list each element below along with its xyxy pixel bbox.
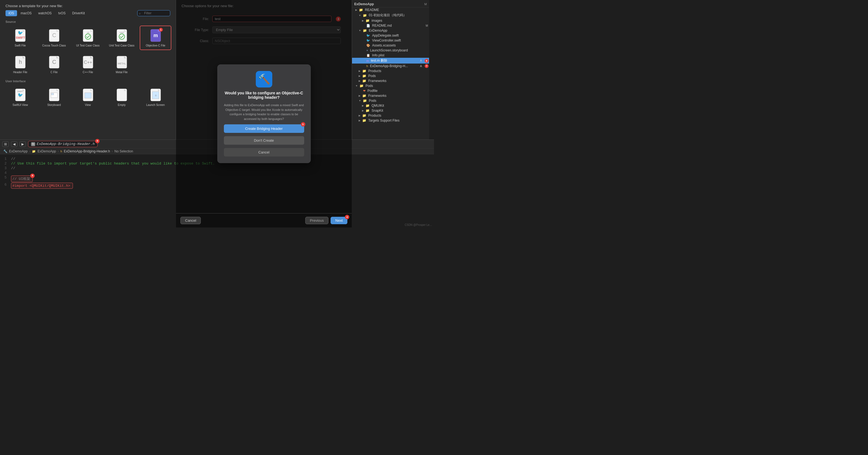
template-objc-file[interactable]: m 1 Objective-C File xyxy=(140,26,172,50)
template-metal-file[interactable]: METAL Metal File xyxy=(106,52,137,77)
tree-item-images[interactable]: ▶ 📁 images xyxy=(352,18,429,23)
chevron-down-icon: ▼ xyxy=(355,85,358,87)
nav-forward-button[interactable]: ▶ xyxy=(20,142,26,147)
tree-item-label: AppDelegate.swift xyxy=(372,34,399,37)
template-swiftui-view[interactable]: 🐦 SWIFT SwiftUI View xyxy=(4,85,36,110)
tree-item-frameworks2[interactable]: ▶ 📁 Frameworks xyxy=(352,93,429,98)
tree-item-test-m[interactable]: m test.m 删除 A 6 xyxy=(352,58,429,64)
tree-item-launchscreen[interactable]: × LaunchScreen.storyboard xyxy=(352,48,429,53)
chevron-down-icon: ▼ xyxy=(359,14,361,17)
tree-item-frameworks[interactable]: ▶ 📁 Frameworks xyxy=(352,79,429,83)
template-storyboard[interactable]: Storyboard xyxy=(38,85,70,110)
chevron-right-icon: ▶ xyxy=(362,104,364,107)
swift-file-icon: SWIFT 🐦 xyxy=(14,28,27,43)
bc-filename: ExDemoApp-Bridging-Header.h xyxy=(64,149,110,153)
launch-screen-label: Launch Screen xyxy=(146,103,165,107)
template-cocoa-touch[interactable]: C Cocoa Touch Class xyxy=(38,26,70,50)
tree-item-readme[interactable]: ▶ 📁 README xyxy=(352,7,429,12)
tree-item-label: Products xyxy=(368,114,381,118)
tree-item-infoplist[interactable]: 📋 Info.plist xyxy=(352,53,429,58)
tree-item-assets[interactable]: 🎨 Assets.xcassets xyxy=(352,43,429,48)
tree-item-bridging-header[interactable]: h ExDemoApp-Bridging-H... A 7 xyxy=(352,64,429,68)
tree-item-label: Info.plist xyxy=(372,53,384,57)
middle-next-button[interactable]: Next 4 xyxy=(331,217,347,224)
tree-item-snapkit[interactable]: ▶ 📁 SnapKit xyxy=(352,108,429,113)
middle-previous-button[interactable]: Previous xyxy=(305,217,329,224)
tab-watchos[interactable]: watchOS xyxy=(35,10,55,16)
tab-driverkit[interactable]: DriverKit xyxy=(69,10,88,16)
svg-text:UNIT: UNIT xyxy=(119,32,124,34)
tree-item-readme-md[interactable]: 📄 README.md M xyxy=(352,23,429,28)
template-cpp-file[interactable]: C++ C++ File xyxy=(72,52,104,77)
middle-panel: Choose options for your new file: File: … xyxy=(176,0,352,228)
folder-icon: 📁 xyxy=(362,114,366,118)
dont-create-button[interactable]: Don't Create xyxy=(224,136,304,145)
template-view[interactable]: View xyxy=(72,85,104,110)
tree-item-pods2[interactable]: ▼ 📁 Pods xyxy=(352,98,429,103)
launch-screen-icon: ① xyxy=(149,88,162,102)
cocoa-touch-icon: C xyxy=(48,28,61,43)
breadcrumb-filename: ExDemoApp-Bridging-Header.h xyxy=(37,142,95,146)
svg-text:h: h xyxy=(19,59,22,65)
tab-ios[interactable]: iOS xyxy=(5,10,17,16)
tree-item-targets-support[interactable]: ▶ 📁 Targets Support Files xyxy=(352,118,429,123)
tree-item-appdelegate[interactable]: 🐦 AppDelegate.swift xyxy=(352,33,429,38)
tree-item-products[interactable]: ▶ 📁 Products xyxy=(352,68,429,73)
tree-item-products2[interactable]: ▶ 📁 Products xyxy=(352,113,429,118)
source-grid: SWIFT 🐦 Swift File C Cocoa Touch Class xyxy=(0,25,176,51)
tree-item-label: images xyxy=(372,19,382,23)
tree-item-viewcontroller[interactable]: 🐦 ViewController.swift xyxy=(352,38,429,43)
a-badge2: A xyxy=(420,65,422,68)
tab-macos[interactable]: macOS xyxy=(18,10,35,16)
folder-icon: 📁 xyxy=(359,8,363,12)
svg-rect-41 xyxy=(85,93,91,98)
ui-grid: 🐦 SWIFT SwiftUI View Storyboard xyxy=(0,84,176,111)
folder-icon: 📁 xyxy=(362,69,366,73)
nav-grid-icon[interactable]: ⊞ xyxy=(2,142,9,147)
c-file-label: C File xyxy=(50,70,58,74)
tree-item-label: ExDemoApp xyxy=(369,29,387,32)
create-bridging-header-button[interactable]: Create Bridging Header 5 xyxy=(224,124,304,133)
plist-icon: 📋 xyxy=(366,54,370,57)
empty-label: Empty xyxy=(118,103,125,107)
template-launch-screen[interactable]: ① Launch Screen xyxy=(140,85,172,110)
podfile-icon: ❤ xyxy=(363,89,366,93)
chevron-right-icon: ▶ xyxy=(359,119,361,122)
template-swift-file[interactable]: SWIFT 🐦 Swift File xyxy=(4,26,36,50)
folder-icon: 📁 xyxy=(360,84,364,88)
template-header-file[interactable]: h Header File xyxy=(4,52,36,77)
middle-cancel-button[interactable]: Cancel xyxy=(180,217,201,224)
tree-item-exdemoapp[interactable]: ▼ 📁 ExDemoApp xyxy=(352,28,429,33)
tab-tvos[interactable]: tvOS xyxy=(55,10,69,16)
filter-wrap: ⌕ xyxy=(137,10,170,16)
template-c-file[interactable]: C C File xyxy=(38,52,70,77)
template-unit-test[interactable]: UNIT Unit Test Case Class xyxy=(106,26,137,50)
tree-item-init-project[interactable]: ▼ 📁 01-初始化项目（纯代码） xyxy=(352,12,429,18)
ui-section-label: User Interface xyxy=(0,78,176,84)
nav-back-button[interactable]: ◀ xyxy=(11,142,17,147)
dialog-cancel-button[interactable]: Cancel xyxy=(224,148,304,156)
tab-bar: iOS macOS watchOS tvOS DriverKit ⌕ xyxy=(0,10,176,19)
xcode-icon-small: 🔧 xyxy=(3,149,7,153)
left-panel-title: Choose a template for your new file: xyxy=(0,0,176,10)
storyboard-file-icon: × xyxy=(366,49,368,52)
folder-icon: 📁 xyxy=(366,19,370,23)
chevron-right-icon: ▶ xyxy=(359,80,361,82)
folder-icon: 📁 xyxy=(362,94,366,98)
template-ui-test[interactable]: UI UI Test Case Class xyxy=(72,26,104,50)
filter-input[interactable] xyxy=(137,10,170,16)
tree-title: ExDemoApp xyxy=(354,2,374,6)
tree-item-label: Pods xyxy=(366,84,373,88)
svg-text:METAL: METAL xyxy=(118,62,126,65)
header-file-icon: h xyxy=(14,55,27,69)
template-empty[interactable]: Empty xyxy=(106,85,137,110)
svg-text:UI: UI xyxy=(87,31,89,34)
tree-item-qmuikit[interactable]: ▶ 📁 QMUIKit xyxy=(352,103,429,108)
tree-item-pods[interactable]: ▶ 📁 Pods xyxy=(352,73,429,79)
tree-item-podfile[interactable]: ❤ Podfile xyxy=(352,88,429,93)
storyboard-icon xyxy=(48,88,61,102)
folder-icon: 📁 xyxy=(366,104,370,108)
line-number: 6 xyxy=(0,183,11,189)
bc-folder-icon: 📁 xyxy=(32,150,36,153)
tree-item-pods-root[interactable]: ▼ 📁 Pods xyxy=(352,83,429,88)
